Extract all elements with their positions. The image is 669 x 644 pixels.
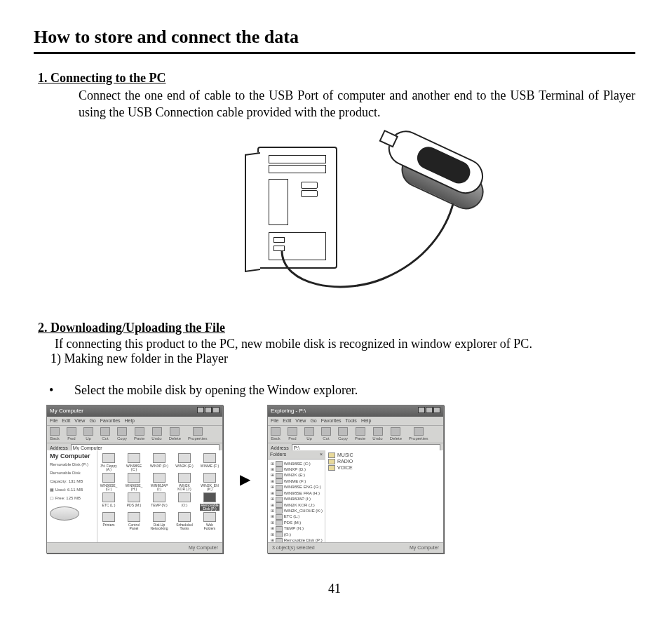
folder-icon <box>328 465 335 471</box>
exp-menu-item: Edit <box>283 418 291 423</box>
exp-folder-tree-pane: Folders × ⊞ WIN98SE (C:)⊞ WINXP (D:)⊞ WI… <box>268 450 325 543</box>
toolbar-button-icon <box>193 427 203 436</box>
toolbar-button-icon <box>67 427 76 436</box>
tree-item: ⊞ WINME (F:) <box>269 478 323 484</box>
toolbar-button-icon <box>83 427 93 436</box>
exp-folders-header: Folders × <box>268 450 325 459</box>
usb-connection-illustration <box>173 138 496 300</box>
mc-drive-pane: 3½ Floppy (A:)WIN98SE (C:)WINXP (D:)WIN2… <box>97 450 222 543</box>
mc-side-sub2: Removable Disk <box>50 471 94 476</box>
toolbar-button-icon <box>117 427 127 436</box>
folder-icon <box>276 520 283 525</box>
mc-toolbar: BackFwdUpCutCopyPasteUndoDeletePropertie… <box>47 426 222 443</box>
exp-toolbar-item: Up <box>304 427 314 441</box>
exp-window-buttons <box>417 407 440 415</box>
mc-status-text: My Computer <box>189 545 218 550</box>
drive-icon <box>178 473 191 483</box>
tree-item: ⊞ WIN2K KOR (J:) <box>269 502 323 508</box>
folder-icon <box>276 485 283 490</box>
drive-icon <box>153 492 165 502</box>
exp-toolbar-item: Delete <box>390 427 402 441</box>
folder-icon <box>276 502 283 508</box>
folder-icon <box>328 452 335 458</box>
drive-item: (O:) <box>175 492 194 511</box>
drive-icon <box>153 453 165 463</box>
exp-menu-item: Go <box>310 418 316 423</box>
tree-item: ⊞ ETC (L:) <box>269 514 323 519</box>
drive-icon <box>178 453 191 463</box>
section-1-text: Connect the one end of cable to the USB … <box>79 87 635 121</box>
drive-item: WIN98JAP (I:) <box>149 473 169 491</box>
drive-item: WIN98SE_ (H:) <box>124 473 144 491</box>
drive-icon <box>128 473 140 483</box>
drive-item: WIN2K_EN (K:) <box>200 473 219 491</box>
drive-item: 3½ Floppy (A:) <box>99 453 119 471</box>
mc-menu-item: Favorites <box>100 418 121 423</box>
mc-menu-item: File <box>50 418 58 423</box>
exp-window-title: Exploring - P:\ <box>271 408 306 414</box>
toolbar-button-icon <box>373 427 383 436</box>
tree-item: ⊞ TEMP (N:) <box>269 525 323 531</box>
exp-file-item: VOICE <box>328 465 440 471</box>
mc-toolbar-item: Back <box>50 427 60 441</box>
drive-item: TEMP (N:) <box>149 492 169 511</box>
page-number: 41 <box>34 582 635 596</box>
drive-icon <box>178 492 191 502</box>
folder-icon <box>276 467 283 472</box>
toolbar-button-icon <box>135 427 144 436</box>
mc-toolbar-item: Paste <box>134 427 144 441</box>
toolbar-button-icon <box>321 427 331 436</box>
tree-item: ⊞ PDS (M:) <box>269 520 323 525</box>
mc-toolbar-item: Undo <box>151 427 161 441</box>
folder-icon <box>276 526 283 532</box>
drive-icon <box>128 512 140 522</box>
drive-item: Web Folders <box>200 512 219 530</box>
toolbar-button-icon <box>414 427 424 436</box>
folder-icon <box>276 514 283 520</box>
toolbar-button-icon <box>391 427 400 436</box>
tree-item: ⊞ WINXP (D:) <box>269 467 323 472</box>
mc-window-title: My Computer <box>50 408 83 414</box>
drive-icon <box>128 453 140 463</box>
toolbar-button-icon <box>304 427 314 436</box>
drive-item: Scheduled Tasks <box>175 512 194 530</box>
drive-item: WINME (F:) <box>200 453 219 471</box>
arrow-right-icon: ▶ <box>240 471 250 488</box>
folder-icon <box>276 473 283 478</box>
section-2-line-1: If connecting this product to the PC, ne… <box>55 337 635 351</box>
toolbar-button-icon <box>170 427 180 436</box>
exp-titlebar: Exploring - P:\ <box>268 405 443 417</box>
mc-window-buttons <box>196 407 219 415</box>
exp-menubar: FileEditViewGoFavoritesToolsHelp <box>268 417 443 426</box>
mc-toolbar-item: Cut <box>100 427 110 441</box>
drive-item: Printers <box>99 512 119 530</box>
mc-side-title: My Computer <box>50 453 94 460</box>
folder-icon <box>328 459 335 464</box>
drive-icon <box>153 473 165 483</box>
folder-icon <box>276 508 283 514</box>
mc-side-used: ▦ Used: 6.11 MB <box>50 488 94 493</box>
explorer-screenshots-row: My Computer FileEditViewGoFavoritesHelp … <box>46 405 635 554</box>
drive-item: WIN2K KOR (J:) <box>175 473 194 491</box>
exp-toolbar-item: Undo <box>372 427 382 441</box>
close-pane-icon: × <box>320 452 323 457</box>
disk-pie-icon <box>50 507 79 521</box>
exp-toolbar-item: Back <box>271 427 281 441</box>
drive-item: WINXP (D:) <box>149 453 169 471</box>
drive-icon <box>178 512 191 522</box>
mc-body: My Computer Removable Disk (P:) Removabl… <box>47 450 222 543</box>
bullet-dot-icon: • <box>49 383 74 398</box>
mc-side-free: ▢ Free: 125 MB <box>50 496 94 502</box>
drive-icon <box>203 473 216 483</box>
bullet-item: • Select the mobile disk by opening the … <box>49 383 635 398</box>
exp-file-pane: MUSICRADIOVOICE <box>325 450 443 543</box>
exp-menu-item: File <box>271 418 278 423</box>
toolbar-button-icon <box>100 427 110 436</box>
tree-item: ⊞ (O:) <box>269 532 323 537</box>
exp-menu-item: Tools <box>346 418 357 423</box>
my-computer-window: My Computer FileEditViewGoFavoritesHelp … <box>46 405 223 554</box>
explorer-window: Exploring - P:\ FileEditViewGoFavoritesT… <box>267 405 444 554</box>
folder-icon <box>276 461 283 467</box>
page-title: How to store and connect the data <box>34 27 635 48</box>
exp-toolbar-item: Cut <box>321 427 331 441</box>
